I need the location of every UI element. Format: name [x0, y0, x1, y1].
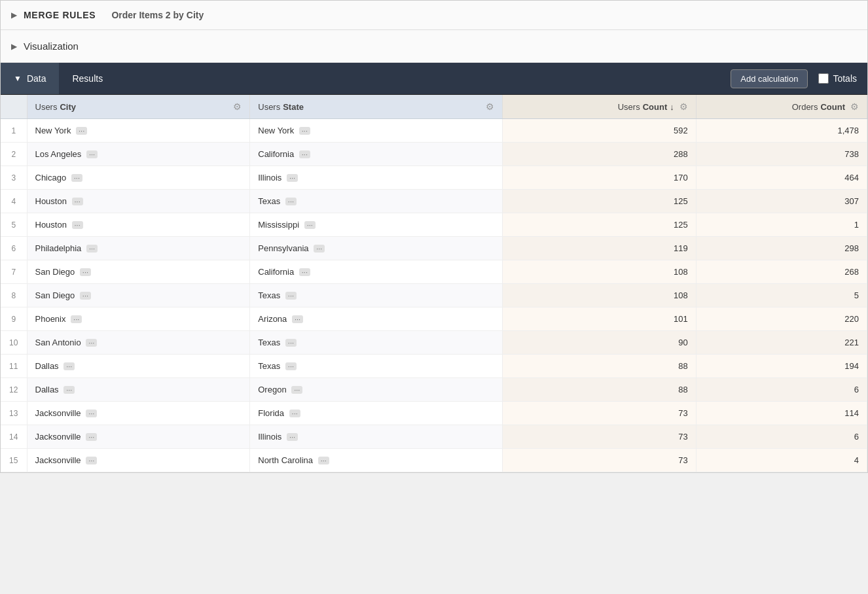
cell-state-ellipsis[interactable]: ··· [287, 433, 298, 441]
cell-state: Illinois ··· [250, 425, 503, 449]
cell-orders-count: 220 [696, 307, 867, 331]
merge-rules-toggle-icon[interactable]: ▶ [11, 10, 17, 20]
cell-orders-count: 307 [696, 190, 867, 213]
cell-state-ellipsis[interactable]: ··· [318, 457, 329, 464]
totals-checkbox-input[interactable] [818, 73, 829, 84]
cell-users-count: 73 [503, 425, 696, 449]
col-orders-count-gear-icon[interactable]: ⚙ [850, 101, 859, 112]
cell-city-ellipsis[interactable]: ··· [71, 315, 82, 323]
tab-data[interactable]: ▼ Data [1, 63, 59, 94]
cell-state-ellipsis[interactable]: ··· [292, 315, 303, 323]
cell-users-count: 108 [503, 260, 696, 284]
table-row: 1New York ···New York ···5921,478 [1, 119, 867, 143]
cell-state-ellipsis[interactable]: ··· [285, 339, 297, 347]
cell-state: Illinois ··· [250, 166, 503, 190]
cell-city: Houston ··· [27, 190, 250, 213]
cell-city-ellipsis[interactable]: ··· [86, 245, 98, 253]
cell-users-count: 88 [503, 378, 696, 402]
cell-row-num: 15 [1, 449, 27, 472]
cell-city: Phoenix ··· [27, 307, 250, 331]
cell-row-num: 3 [1, 166, 27, 190]
cell-city-ellipsis[interactable]: ··· [80, 292, 91, 300]
cell-city-ellipsis[interactable]: ··· [86, 433, 97, 441]
cell-state-ellipsis[interactable]: ··· [285, 362, 297, 370]
cell-state: New York ··· [250, 119, 503, 143]
totals-toggle[interactable]: Totals [818, 73, 857, 84]
data-tab-arrow-icon: ▼ [14, 74, 22, 83]
cell-users-count: 125 [503, 190, 696, 213]
col-users-count-gear-icon[interactable]: ⚙ [679, 101, 688, 112]
visualization-toggle-icon[interactable]: ▶ [11, 42, 17, 51]
cell-row-num: 14 [1, 425, 27, 449]
cell-city-ellipsis[interactable]: ··· [86, 457, 97, 464]
cell-state-ellipsis[interactable]: ··· [285, 292, 297, 300]
cell-state: Texas ··· [250, 284, 503, 307]
cell-state-ellipsis[interactable]: ··· [299, 127, 310, 135]
cell-city-ellipsis[interactable]: ··· [86, 410, 97, 417]
cell-city-ellipsis[interactable]: ··· [72, 198, 83, 205]
merge-rules-subtitle: Order Items 2 by City [111, 10, 204, 20]
merge-rules-section[interactable]: ▶ MERGE RULES Order Items 2 by City [1, 1, 867, 30]
cell-state-ellipsis[interactable]: ··· [299, 150, 310, 158]
cell-city-ellipsis[interactable]: ··· [76, 127, 87, 135]
cell-city: Dallas ··· [27, 378, 250, 402]
col-city-gear-icon[interactable]: ⚙ [233, 101, 242, 112]
col-header-users-city[interactable]: Users City ⚙ [27, 95, 250, 119]
cell-orders-count: 738 [696, 143, 867, 166]
data-tab-label: Data [27, 73, 46, 84]
table-header-row: Users City ⚙ Users State ⚙ [1, 95, 867, 119]
cell-row-num: 7 [1, 260, 27, 284]
cell-users-count: 592 [503, 119, 696, 143]
data-table-area: Users City ⚙ Users State ⚙ [1, 95, 867, 472]
cell-city-ellipsis[interactable]: ··· [71, 174, 82, 182]
cell-state-ellipsis[interactable]: ··· [314, 245, 325, 253]
table-row: 5Houston ···Mississippi ···1251 [1, 213, 867, 237]
cell-state: North Carolina ··· [250, 449, 503, 472]
visualization-title: Visualization [24, 41, 79, 52]
cell-city: New York ··· [27, 119, 250, 143]
cell-state-ellipsis[interactable]: ··· [299, 268, 310, 276]
cell-city-ellipsis[interactable]: ··· [80, 268, 91, 276]
visualization-section[interactable]: ▶ Visualization [1, 30, 867, 63]
cell-city: Jacksonville ··· [27, 425, 250, 449]
table-row: 7San Diego ···California ···108268 [1, 260, 867, 284]
table-row: 12Dallas ···Oregon ···886 [1, 378, 867, 402]
table-body: 1New York ···New York ···5921,4782Los An… [1, 119, 867, 472]
cell-city-ellipsis[interactable]: ··· [72, 221, 83, 229]
col-header-users-count[interactable]: Users Count ↓ ⚙ [503, 95, 696, 119]
cell-city: San Antonio ··· [27, 331, 250, 355]
col-header-orders-count[interactable]: Orders Count ⚙ [696, 95, 867, 119]
cell-state-ellipsis[interactable]: ··· [291, 386, 302, 394]
table-row: 2Los Angeles ···California ···288738 [1, 143, 867, 166]
cell-state-ellipsis[interactable]: ··· [285, 198, 297, 205]
data-table: Users City ⚙ Users State ⚙ [1, 95, 867, 472]
tab-results[interactable]: Results [59, 63, 116, 94]
col-state-gear-icon[interactable]: ⚙ [486, 101, 494, 112]
cell-orders-count: 1,478 [696, 119, 867, 143]
cell-city: San Diego ··· [27, 260, 250, 284]
cell-row-num: 9 [1, 307, 27, 331]
table-row: 9Phoenix ···Arizona ···101220 [1, 307, 867, 331]
cell-city-ellipsis[interactable]: ··· [86, 150, 98, 158]
col-users-count-label: Users Count ↓ [618, 102, 674, 112]
cell-state-ellipsis[interactable]: ··· [289, 410, 300, 417]
cell-state-ellipsis[interactable]: ··· [287, 174, 298, 182]
cell-city-ellipsis[interactable]: ··· [86, 339, 97, 347]
cell-state: California ··· [250, 260, 503, 284]
cell-city-ellipsis[interactable]: ··· [63, 386, 75, 394]
cell-row-num: 12 [1, 378, 27, 402]
cell-city: Chicago ··· [27, 166, 250, 190]
cell-orders-count: 268 [696, 260, 867, 284]
table-row: 14Jacksonville ···Illinois ···736 [1, 425, 867, 449]
cell-orders-count: 1 [696, 213, 867, 237]
add-calculation-button[interactable]: Add calculation [731, 69, 808, 88]
col-header-users-state[interactable]: Users State ⚙ [250, 95, 503, 119]
cell-state-ellipsis[interactable]: ··· [304, 221, 316, 229]
cell-orders-count: 4 [696, 449, 867, 472]
cell-state: Texas ··· [250, 331, 503, 355]
cell-users-count: 170 [503, 166, 696, 190]
cell-city-ellipsis[interactable]: ··· [63, 362, 75, 370]
cell-orders-count: 6 [696, 425, 867, 449]
main-container: ▶ MERGE RULES Order Items 2 by City ▶ Vi… [0, 0, 868, 473]
table-row: 10San Antonio ···Texas ···90221 [1, 331, 867, 355]
